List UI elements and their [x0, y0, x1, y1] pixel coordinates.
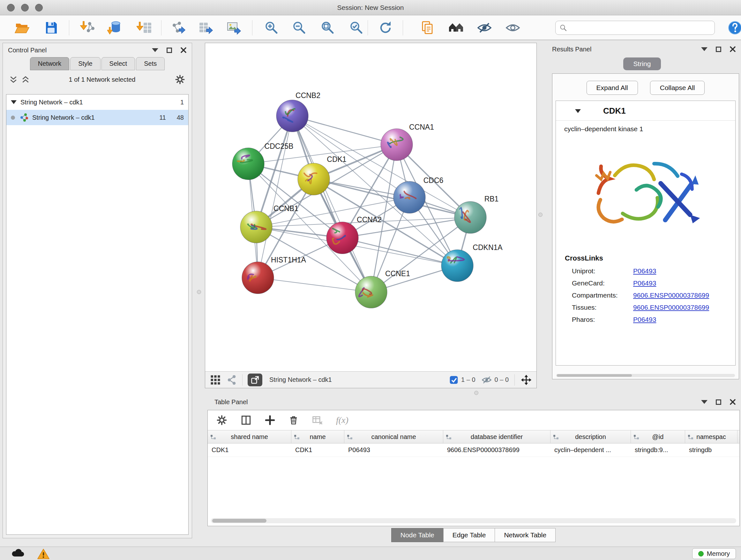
network-node-CCNB1[interactable] — [240, 211, 272, 243]
zoom-fit-button[interactable] — [319, 19, 336, 37]
import-table-button[interactable] — [135, 19, 153, 37]
pan-move-icon[interactable] — [521, 374, 532, 386]
network-collection-row[interactable]: String Network – cdk1 1 — [6, 95, 188, 110]
panel-maximize-icon[interactable] — [166, 48, 172, 53]
table-cell-database-identifier[interactable]: 9606.ENSP00000378699 — [443, 443, 550, 456]
welcome-home-button[interactable] — [447, 19, 465, 37]
create-column-plus-icon[interactable] — [265, 415, 275, 426]
table-row[interactable]: CDK1CDK1P064939606.ENSP00000378699cyclin… — [208, 443, 739, 457]
tab-select[interactable]: Select — [102, 57, 135, 70]
import-network-file-button[interactable] — [78, 19, 96, 37]
network-node-CCNB2[interactable] — [276, 100, 308, 132]
zoom-selected-button[interactable] — [347, 19, 365, 37]
network-node-CCNA1[interactable] — [381, 129, 413, 161]
table-cell-canonical-name[interactable]: P06493 — [344, 443, 443, 456]
tab-network-table[interactable]: Network Table — [495, 528, 556, 542]
tab-network[interactable]: Network — [30, 57, 69, 70]
table-cell-namespac[interactable]: stringdb — [685, 443, 738, 456]
eye-icon-button[interactable] — [504, 19, 522, 37]
delete-column-trash-icon[interactable] — [288, 415, 299, 426]
panel-close-icon[interactable] — [730, 46, 736, 52]
crosslink-value-link[interactable]: P06493 — [633, 316, 656, 323]
network-node-CDC25B[interactable] — [232, 148, 264, 180]
column-header-namespac[interactable]: namespac — [685, 430, 738, 443]
table-settings-gear-icon[interactable] — [216, 415, 227, 426]
birds-eye-view-icon[interactable] — [210, 374, 221, 386]
memory-button[interactable]: Memory — [692, 548, 736, 559]
save-session-button[interactable] — [42, 19, 60, 37]
network-canvas[interactable]: CCNB2CCNA1CDC25BCDK1CDC6RB1CCNB1CCNA2CDK… — [205, 43, 536, 371]
expand-all-button[interactable]: Expand All — [587, 81, 638, 95]
panel-close-icon[interactable] — [180, 47, 187, 53]
section-collapse-icon[interactable] — [575, 109, 581, 113]
open-in-new-window-button[interactable] — [248, 374, 262, 386]
zoom-in-button[interactable] — [262, 19, 280, 37]
minimize-window-button[interactable] — [21, 4, 29, 11]
table-cell-description[interactable]: cyclin–dependent ... — [550, 443, 631, 456]
search-box[interactable] — [555, 21, 715, 35]
panel-float-icon[interactable] — [701, 47, 708, 51]
network-node-RB1[interactable] — [455, 201, 486, 233]
import-network-database-button[interactable] — [106, 19, 124, 37]
annotations-copy-button[interactable] — [418, 19, 436, 37]
network-node-HIST1H1A[interactable] — [242, 262, 274, 294]
network-edge-CCNB2-CCNE1[interactable] — [292, 116, 371, 292]
left-splitter-handle[interactable] — [197, 290, 201, 294]
tab-style[interactable]: Style — [70, 57, 100, 70]
search-input[interactable] — [570, 24, 704, 32]
horizontal-splitter-handle[interactable] — [474, 391, 478, 395]
table-cell-id[interactable]: stringdb:9... — [631, 443, 685, 456]
network-node-CDKN1A[interactable] — [441, 250, 473, 282]
help-button[interactable] — [727, 19, 741, 36]
export-table-button[interactable] — [197, 19, 215, 37]
eye-strikethrough-icon-button[interactable] — [475, 19, 493, 37]
table-horizontal-scrollbar[interactable] — [211, 518, 736, 523]
export-network-button[interactable] — [169, 19, 187, 37]
apply-layout-button[interactable] — [377, 19, 394, 37]
network-row-selected[interactable]: String Network – cdk1 11 48 — [6, 110, 188, 125]
crosslink-value-link[interactable]: 9606.ENSP00000378699 — [633, 304, 709, 311]
collapse-all-button[interactable]: Collapse All — [650, 81, 705, 95]
cloud-icon[interactable] — [11, 548, 25, 559]
column-header-canonical-name[interactable]: canonical name — [344, 430, 443, 443]
column-header-name[interactable]: name — [291, 430, 344, 443]
table-cell-shared-name[interactable]: CDK1 — [208, 443, 291, 456]
column-header-id[interactable]: @id — [631, 430, 685, 443]
tab-node-table[interactable]: Node Table — [391, 528, 444, 542]
selected-checkbox-icon[interactable] — [449, 375, 459, 385]
table-cell-name[interactable]: CDK1 — [291, 443, 344, 456]
warning-icon[interactable] — [37, 548, 50, 560]
close-window-button[interactable] — [7, 4, 15, 11]
column-header-description[interactable]: description — [550, 430, 631, 443]
show-columns-icon[interactable] — [240, 415, 252, 426]
network-edge-HIST1H1A-CCNE1[interactable] — [258, 278, 371, 292]
panel-maximize-icon[interactable] — [716, 47, 721, 52]
crosslink-value-link[interactable]: 9606.ENSP00000378699 — [633, 292, 709, 299]
expand-all-icon[interactable] — [21, 75, 30, 84]
collapse-all-icon[interactable] — [9, 75, 17, 84]
gear-icon[interactable] — [175, 74, 185, 85]
crosslink-value-link[interactable]: P06493 — [633, 267, 656, 275]
open-session-button[interactable] — [13, 19, 31, 37]
right-splitter-handle[interactable] — [538, 212, 542, 217]
crosslink-value-link[interactable]: P06493 — [633, 279, 656, 287]
network-node-CCNA2[interactable] — [327, 222, 358, 254]
panel-maximize-icon[interactable] — [716, 399, 721, 405]
column-header-database-identifier[interactable]: database identifier — [443, 430, 550, 443]
hidden-eye-slash-icon[interactable] — [481, 375, 492, 385]
network-node-CDC6[interactable] — [394, 181, 425, 213]
column-header-shared-name[interactable]: shared name — [208, 430, 291, 443]
network-edge-CCNA2-CDKN1A[interactable] — [342, 238, 457, 266]
tab-edge-table[interactable]: Edge Table — [443, 528, 495, 542]
zoom-out-button[interactable] — [290, 19, 308, 37]
tab-sets[interactable]: Sets — [136, 57, 165, 70]
network-share-icon[interactable] — [226, 374, 237, 385]
panel-float-icon[interactable] — [152, 48, 158, 52]
zoom-window-button[interactable] — [35, 4, 43, 11]
panel-float-icon[interactable] — [701, 400, 708, 404]
network-node-CDK1[interactable] — [298, 163, 330, 195]
tab-string[interactable]: String — [623, 57, 661, 70]
tree-expander-icon[interactable] — [11, 100, 17, 104]
panel-close-icon[interactable] — [730, 399, 736, 405]
export-image-button[interactable] — [225, 19, 243, 37]
